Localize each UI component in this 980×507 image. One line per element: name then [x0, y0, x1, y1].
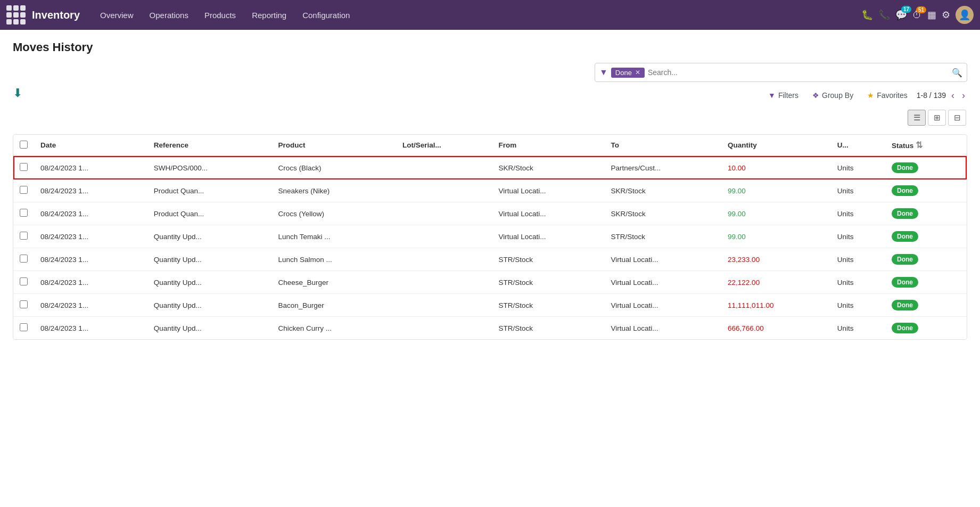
nav-item-reporting[interactable]: Reporting — [244, 7, 294, 23]
row-checkbox[interactable] — [20, 323, 28, 331]
cell-date: 08/24/2023 1... — [34, 271, 147, 294]
cell-product: Crocs (Black) — [271, 156, 396, 179]
cell-product: Sneakers (Nike) — [271, 179, 396, 202]
col-header-unit[interactable]: U... — [831, 135, 885, 156]
cell-reference: Quantity Upd... — [147, 225, 272, 248]
cell-status: Done — [885, 202, 967, 225]
cell-date: 08/24/2023 1... — [34, 317, 147, 340]
row-checkbox[interactable] — [20, 209, 28, 217]
cell-from: SKR/Stock — [492, 156, 605, 179]
search-icon[interactable]: 🔍 — [952, 68, 962, 78]
search-input[interactable] — [648, 68, 949, 77]
nav-item-configuration[interactable]: Configuration — [295, 7, 357, 23]
filter-funnel-icon: ▼ — [599, 68, 608, 77]
table-row[interactable]: 08/24/2023 1... SWH/POS/000... Crocs (Bl… — [13, 156, 967, 179]
cell-unit: Units — [831, 202, 885, 225]
pivot-view-button[interactable]: ⊟ — [948, 110, 966, 126]
download-button[interactable]: ⬇ — [13, 86, 22, 100]
col-header-status[interactable]: Status ⇅ — [885, 135, 967, 156]
clock-badge: 51 — [916, 6, 926, 13]
cell-quantity: 11,111,011.00 — [721, 294, 831, 317]
done-filter-tag[interactable]: Done ✕ — [611, 68, 645, 78]
next-page-button[interactable]: › — [960, 89, 967, 102]
col-header-lot-serial[interactable]: Lot/Serial... — [396, 135, 492, 156]
cell-to: Partners/Cust... — [604, 156, 721, 179]
top-icons: 🐛 📞 💬 17 ⏱ 51 ▦ ⚙ 👤 — [861, 6, 974, 24]
cell-lot-serial — [396, 156, 492, 179]
chat-icon[interactable]: 💬 17 — [895, 9, 907, 21]
cell-reference: Product Quan... — [147, 179, 272, 202]
table-row[interactable]: 08/24/2023 1... Quantity Upd... Chicken … — [13, 317, 967, 340]
cell-date: 08/24/2023 1... — [34, 248, 147, 271]
cell-status: Done — [885, 271, 967, 294]
cell-quantity: 99.00 — [721, 179, 831, 202]
app-brand[interactable]: Inventory — [32, 9, 80, 21]
groupby-icon: ❖ — [812, 91, 819, 100]
table-row[interactable]: 08/24/2023 1... Product Quan... Sneakers… — [13, 179, 967, 202]
nav-item-operations[interactable]: Operations — [142, 7, 196, 23]
user-avatar[interactable]: 👤 — [956, 6, 974, 24]
row-checkbox[interactable] — [20, 255, 28, 263]
table-header-row: Date Reference Product Lot/Serial... Fro… — [13, 135, 967, 156]
filters-button[interactable]: ▼ Filters — [763, 88, 803, 102]
clock-icon[interactable]: ⏱ 51 — [912, 10, 922, 21]
bug-icon[interactable]: 🐛 — [861, 9, 873, 21]
cell-date: 08/24/2023 1... — [34, 179, 147, 202]
table-row[interactable]: 08/24/2023 1... Quantity Upd... Cheese_B… — [13, 271, 967, 294]
cell-lot-serial — [396, 202, 492, 225]
cell-reference: Quantity Upd... — [147, 248, 272, 271]
kanban-view-button[interactable]: ⊞ — [928, 110, 946, 126]
col-header-from[interactable]: From — [492, 135, 605, 156]
cell-quantity: 22,122.00 — [721, 271, 831, 294]
cell-quantity: 99.00 — [721, 225, 831, 248]
remove-filter-button[interactable]: ✕ — [635, 69, 640, 76]
groupby-button[interactable]: ❖ Group By — [808, 88, 858, 102]
row-checkbox[interactable] — [20, 277, 28, 285]
table-row[interactable]: 08/24/2023 1... Product Quan... Crocs (Y… — [13, 202, 967, 225]
top-menu: Overview Operations Products Reporting C… — [93, 7, 859, 23]
table-row[interactable]: 08/24/2023 1... Quantity Upd... Lunch Sa… — [13, 248, 967, 271]
cell-reference: Product Quan... — [147, 202, 272, 225]
nav-item-products[interactable]: Products — [197, 7, 243, 23]
col-header-date[interactable]: Date — [34, 135, 147, 156]
cell-quantity: 99.00 — [721, 202, 831, 225]
settings-icon[interactable]: ⚙ — [942, 9, 950, 21]
col-header-to[interactable]: To — [604, 135, 721, 156]
cell-product: Cheese_Burger — [271, 271, 396, 294]
cell-from: STR/Stock — [492, 294, 605, 317]
filter-tag-label: Done — [615, 69, 632, 77]
cell-unit: Units — [831, 271, 885, 294]
cell-quantity: 666,766.00 — [721, 317, 831, 340]
cell-to: STR/Stock — [604, 225, 721, 248]
col-header-quantity[interactable]: Quantity — [721, 135, 831, 156]
row-checkbox[interactable] — [20, 186, 28, 194]
cell-status: Done — [885, 317, 967, 340]
phone-icon[interactable]: 📞 — [878, 9, 890, 21]
cell-date: 08/24/2023 1... — [34, 294, 147, 317]
table-row[interactable]: 08/24/2023 1... Quantity Upd... Bacon_Bu… — [13, 294, 967, 317]
col-filter-icon[interactable]: ⇅ — [916, 141, 923, 150]
cell-from: Virtual Locati... — [492, 202, 605, 225]
cell-lot-serial — [396, 317, 492, 340]
cell-unit: Units — [831, 179, 885, 202]
app-grid-icon[interactable] — [6, 5, 26, 24]
nav-item-overview[interactable]: Overview — [93, 7, 141, 23]
list-view-button[interactable]: ☰ — [908, 110, 926, 126]
cell-from: Virtual Locati... — [492, 225, 605, 248]
favorites-button[interactable]: ★ Favorites — [862, 88, 912, 102]
cell-product: Crocs (Yellow) — [271, 202, 396, 225]
chat-badge: 17 — [901, 6, 911, 13]
row-checkbox[interactable] — [20, 163, 28, 171]
cell-reference: Quantity Upd... — [147, 317, 272, 340]
prev-page-button[interactable]: ‹ — [949, 89, 957, 102]
cell-to: Virtual Locati... — [604, 271, 721, 294]
cell-product: Chicken Curry ... — [271, 317, 396, 340]
grid-icon[interactable]: ▦ — [927, 9, 936, 21]
table-row[interactable]: 08/24/2023 1... Quantity Upd... Lunch Te… — [13, 225, 967, 248]
select-all-checkbox[interactable] — [20, 141, 28, 149]
row-checkbox[interactable] — [20, 232, 28, 240]
col-header-product[interactable]: Product — [271, 135, 396, 156]
cell-lot-serial — [396, 271, 492, 294]
col-header-reference[interactable]: Reference — [147, 135, 272, 156]
row-checkbox[interactable] — [20, 300, 28, 308]
